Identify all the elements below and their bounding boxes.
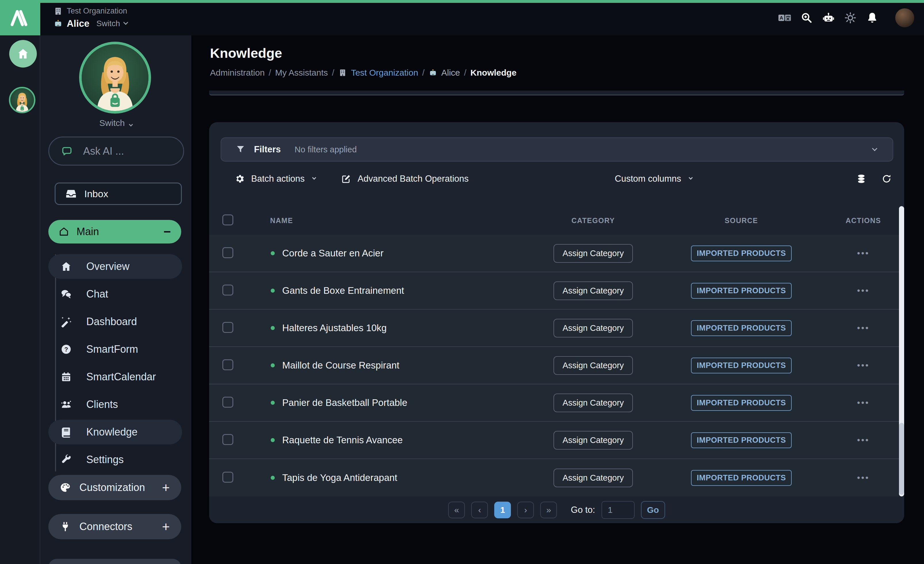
assign-category-button[interactable]: Assign Category xyxy=(554,319,633,338)
row-name[interactable]: Tapis de Yoga Antiderapant xyxy=(282,472,397,483)
row-actions-button[interactable]: ••• xyxy=(857,435,870,445)
batch-actions-button[interactable]: Batch actions xyxy=(234,174,316,184)
expand-icon[interactable]: + xyxy=(162,480,170,495)
nav-group-customization[interactable]: Customization + xyxy=(48,475,181,500)
calendar-icon xyxy=(60,371,72,383)
row-actions-button[interactable]: ••• xyxy=(857,361,870,370)
chat-bubbles-icon xyxy=(60,288,72,300)
org-switcher[interactable]: Test Organization Alice Switch xyxy=(54,7,128,29)
scrolled-card-edge xyxy=(209,91,904,96)
column-header-category[interactable]: CATEGORY xyxy=(531,217,655,225)
breadcrumb-organization[interactable]: Test Organization xyxy=(351,68,418,78)
inbox-button[interactable]: Inbox xyxy=(55,183,182,205)
row-name[interactable]: Gants de Boxe Entrainement xyxy=(282,285,404,296)
column-header-source[interactable]: SOURCE xyxy=(655,217,828,225)
assistant-switch-label[interactable]: Switch xyxy=(96,19,120,28)
row-checkbox[interactable] xyxy=(222,472,233,483)
breadcrumb-separator: / xyxy=(332,68,334,78)
table-row: Maillot de Course Respirant Assign Categ… xyxy=(209,347,899,384)
breadcrumb-my-assistants[interactable]: My Assistants xyxy=(275,68,328,78)
row-name[interactable]: Panier de Basketball Portable xyxy=(282,397,407,408)
pagination-first-button[interactable]: « xyxy=(448,502,465,518)
row-checkbox[interactable] xyxy=(222,322,233,333)
assistant-switch[interactable]: Switch xyxy=(40,118,191,128)
table-toolbar: Batch actions Advanced Batch Operations … xyxy=(209,162,904,206)
sidebar-item-clients[interactable]: Clients xyxy=(40,390,191,418)
table-scrollbar[interactable] xyxy=(899,206,904,497)
notifications-button[interactable] xyxy=(866,12,879,24)
assign-category-button[interactable]: Assign Category xyxy=(554,393,633,412)
breadcrumb-assistant[interactable]: Alice xyxy=(441,68,460,78)
user-avatar[interactable] xyxy=(895,8,914,27)
sidebar-item-label: Overview xyxy=(86,260,129,272)
sidebar-item-chat[interactable]: Chat xyxy=(40,280,191,308)
sidebar-item-settings[interactable]: Settings xyxy=(40,446,191,473)
expand-icon[interactable]: + xyxy=(162,519,170,534)
pagination-next-button[interactable]: › xyxy=(517,502,534,518)
assign-category-button[interactable]: Assign Category xyxy=(554,468,633,487)
nav-group-main[interactable]: Main − xyxy=(48,220,181,244)
row-actions-button[interactable]: ••• xyxy=(857,398,870,408)
row-name[interactable]: Maillot de Course Respirant xyxy=(282,360,399,371)
row-checkbox[interactable] xyxy=(222,284,233,296)
translate-button[interactable]: A xyxy=(778,12,791,24)
rail-assistant-avatar[interactable] xyxy=(9,87,35,113)
home-icon xyxy=(60,261,72,272)
select-all-checkbox[interactable] xyxy=(222,214,233,225)
table-row: Tapis de Yoga Antiderapant Assign Catego… xyxy=(209,459,899,497)
assign-category-button[interactable]: Assign Category xyxy=(554,431,633,450)
row-checkbox[interactable] xyxy=(222,359,233,370)
sidebar-item-dashboard[interactable]: Dashboard xyxy=(40,308,191,335)
filters-bar[interactable]: Filters No filters applied xyxy=(220,138,893,162)
breadcrumb-administration[interactable]: Administration xyxy=(210,68,265,78)
status-dot-icon xyxy=(271,401,275,405)
zoom-search-button[interactable] xyxy=(800,12,813,24)
assistant-profile-avatar[interactable] xyxy=(79,42,151,114)
table-row: Corde a Sauter en Acier Assign Category … xyxy=(209,235,899,272)
row-name[interactable]: Halteres Ajustables 10kg xyxy=(282,323,387,334)
magnifier-plus-icon xyxy=(801,12,813,24)
row-actions-button[interactable]: ••• xyxy=(857,473,870,483)
assistant-button[interactable] xyxy=(822,12,835,24)
pagination-prev-button[interactable]: ‹ xyxy=(471,502,488,518)
row-checkbox[interactable] xyxy=(222,397,233,408)
table-row: Gants de Boxe Entrainement Assign Catego… xyxy=(209,272,899,310)
theme-toggle-button[interactable] xyxy=(844,12,856,24)
goto-page-go-button[interactable]: Go xyxy=(641,501,665,519)
sidebar-item-overview[interactable]: Overview xyxy=(40,253,191,280)
assign-category-button[interactable]: Assign Category xyxy=(554,356,633,375)
row-actions-button[interactable]: ••• xyxy=(857,248,870,258)
advanced-batch-operations-button[interactable]: Advanced Batch Operations xyxy=(341,174,469,184)
app-logo[interactable] xyxy=(0,0,40,35)
nav-group-connectors[interactable]: Connectors + xyxy=(48,514,181,539)
main-nav-list: Overview Chat Dashboard ? SmartForm Smar… xyxy=(40,253,191,473)
sidebar-item-label: Dashboard xyxy=(86,316,137,328)
rail-home-button[interactable] xyxy=(9,40,37,67)
left-rail xyxy=(0,35,40,564)
sun-icon xyxy=(844,12,856,24)
row-actions-button[interactable]: ••• xyxy=(857,323,870,333)
goto-page-input[interactable] xyxy=(602,501,634,519)
building-icon xyxy=(338,69,347,77)
sidebar-item-smartcalendar[interactable]: SmartCalendar xyxy=(40,363,191,390)
pagination-last-button[interactable]: » xyxy=(540,502,557,518)
row-actions-button[interactable]: ••• xyxy=(857,286,870,296)
row-name[interactable]: Corde a Sauter en Acier xyxy=(282,248,384,259)
custom-columns-button[interactable]: Custom columns xyxy=(615,174,692,184)
column-header-name[interactable]: NAME xyxy=(244,217,531,225)
row-name[interactable]: Raquette de Tennis Avancee xyxy=(282,435,403,446)
ask-ai-input[interactable]: Ask AI ... xyxy=(48,136,184,166)
refresh-button[interactable] xyxy=(881,174,892,184)
scrollbar-thumb[interactable] xyxy=(899,423,904,495)
palette-icon xyxy=(60,482,71,493)
row-checkbox[interactable] xyxy=(222,247,233,258)
assign-category-button[interactable]: Assign Category xyxy=(554,281,633,300)
sidebar-item-smartform[interactable]: ? SmartForm xyxy=(40,335,191,363)
row-checkbox[interactable] xyxy=(222,434,233,445)
assign-category-button[interactable]: Assign Category xyxy=(554,244,633,263)
home-outline-icon xyxy=(58,226,69,237)
database-view-button[interactable] xyxy=(856,174,867,184)
pagination-page-1[interactable]: 1 xyxy=(494,502,511,518)
translate-icon: A xyxy=(778,13,791,22)
sidebar-item-knowledge[interactable]: Knowledge xyxy=(40,418,191,446)
